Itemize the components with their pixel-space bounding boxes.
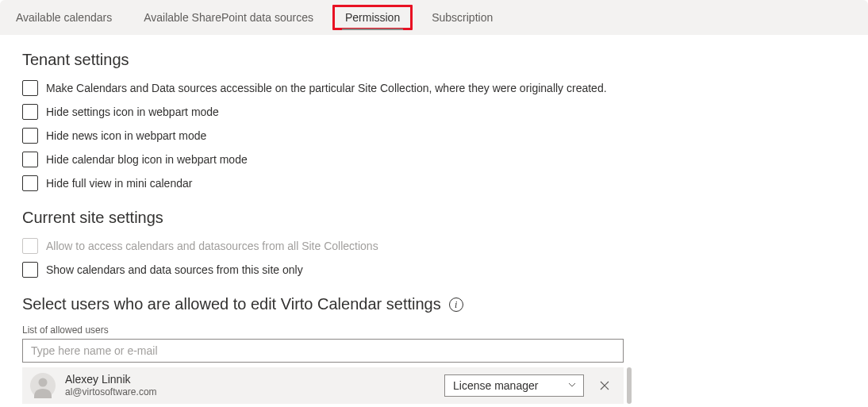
tenant-settings-heading: Tenant settings — [22, 51, 846, 69]
checkbox-row-hide-fullview: Hide full view in mini calendar — [22, 175, 846, 191]
checkbox-allow-all — [22, 238, 38, 254]
info-icon[interactable]: i — [449, 298, 463, 312]
person-icon — [30, 373, 56, 398]
tab-available-calendars[interactable]: Available calendars — [13, 3, 115, 32]
avatar — [30, 373, 56, 398]
checkbox-site-collection[interactable] — [22, 80, 38, 96]
checkbox-label: Hide calendar blog icon in webpart mode — [46, 153, 248, 166]
checkbox-label: Hide full view in mini calendar — [46, 177, 192, 190]
checkbox-hide-blog[interactable] — [22, 152, 38, 167]
tab-subscription[interactable]: Subscription — [428, 3, 496, 32]
checkbox-label: Show calendars and data sources from thi… — [46, 263, 303, 276]
user-email: al@virtosoftware.com — [65, 386, 435, 399]
tab-permission[interactable]: Permission — [342, 3, 403, 32]
user-name: Alexey Linnik — [65, 372, 435, 386]
checkbox-hide-settings[interactable] — [22, 104, 38, 120]
chevron-down-icon — [567, 379, 577, 392]
close-icon — [600, 381, 609, 390]
checkbox-row-hide-news: Hide news icon in webpart mode — [22, 128, 846, 144]
current-site-settings-heading: Current site settings — [22, 209, 846, 227]
tab-bar: Available calendars Available SharePoint… — [0, 0, 868, 35]
remove-user-button[interactable] — [593, 374, 616, 397]
role-value: License manager — [453, 379, 538, 392]
checkbox-row-site-collection: Make Calendars and Data sources accessib… — [22, 80, 846, 96]
user-info: Alexey Linnik al@virtosoftware.com — [65, 372, 435, 399]
editors-heading: Select users who are allowed to edit Vir… — [22, 295, 846, 313]
checkbox-label: Allow to access calendars and datasource… — [46, 240, 378, 252]
user-row: Alexey Linnik al@virtosoftware.com Licen… — [22, 367, 624, 404]
role-select[interactable]: License manager — [444, 374, 584, 397]
user-search-input[interactable] — [22, 339, 624, 363]
checkbox-hide-fullview[interactable] — [22, 175, 38, 191]
editors-heading-text: Select users who are allowed to edit Vir… — [22, 295, 441, 313]
checkbox-label: Hide settings icon in webpart mode — [46, 106, 219, 118]
checkbox-row-this-site-only: Show calendars and data sources from thi… — [22, 262, 846, 278]
checkbox-label: Hide news icon in webpart mode — [46, 129, 206, 142]
checkbox-this-site-only[interactable] — [22, 262, 38, 278]
checkbox-row-hide-settings: Hide settings icon in webpart mode — [22, 104, 846, 120]
tab-available-datasources[interactable]: Available SharePoint data sources — [140, 3, 317, 32]
svg-point-1 — [39, 378, 48, 386]
content-area: Tenant settings Make Calendars and Data … — [0, 35, 868, 407]
scrollbar[interactable] — [627, 367, 632, 404]
checkbox-label: Make Calendars and Data sources accessib… — [46, 82, 607, 94]
user-list: Alexey Linnik al@virtosoftware.com Licen… — [22, 367, 624, 404]
checkbox-row-allow-all: Allow to access calendars and datasource… — [22, 238, 846, 254]
checkbox-hide-news[interactable] — [22, 128, 38, 144]
checkbox-row-hide-blog: Hide calendar blog icon in webpart mode — [22, 152, 846, 167]
allowed-users-label: List of allowed users — [22, 324, 846, 336]
highlight-box — [332, 5, 413, 30]
